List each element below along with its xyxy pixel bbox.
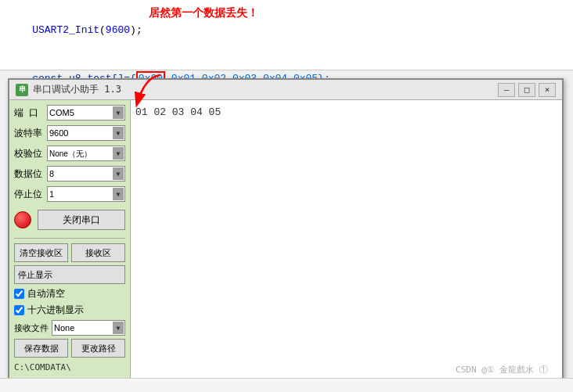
stopbits-select-wrapper: 1 ▼	[47, 186, 125, 202]
stop-display-button[interactable]: 停止显示	[14, 265, 125, 284]
stopbits-select[interactable]: 1	[47, 186, 125, 202]
baud-select-wrapper: 9600 ▼	[47, 125, 125, 141]
hex-display-label: 十六进制显示	[27, 304, 84, 317]
title-buttons: — □ ×	[498, 83, 556, 97]
port-select-wrapper: COM5 ▼	[47, 105, 125, 120]
databits-select[interactable]: 8	[47, 166, 125, 182]
save-path-row: 保存数据 更改路径	[14, 339, 125, 358]
watermark: CSDN @① 金龍戲水 ①	[456, 364, 548, 376]
hex-display-row: 十六进制显示	[14, 304, 125, 317]
parity-select[interactable]: None（无）	[47, 146, 125, 161]
baud-row: 波特率 9600 ▼	[14, 125, 125, 141]
title-bar: 串 串口调试小助手 1.3 — □ ×	[9, 80, 562, 100]
connect-row: 关闭串口	[14, 210, 125, 230]
close-port-button[interactable]: 关闭串口	[38, 210, 125, 230]
auto-scroll-checkbox[interactable]	[14, 289, 24, 299]
recv-file-row: 接收文件 None ▼	[14, 320, 125, 336]
stopbits-label: 停止位	[14, 188, 44, 201]
left-panel: 端 口 COM5 ▼ 波特率 9600 ▼	[9, 100, 131, 382]
baud-select[interactable]: 9600	[47, 125, 125, 141]
auto-scroll-row: 自动清空	[14, 287, 125, 300]
change-path-button[interactable]: 更改路径	[71, 339, 125, 358]
clear-recv-button[interactable]: 清空接收区	[14, 243, 68, 262]
receive-area[interactable]: 01 02 03 04 05 CSDN @① 金龍戲水 ①	[131, 100, 562, 382]
baud-label: 波特率	[14, 127, 44, 140]
recv-file-select[interactable]: None	[52, 320, 125, 336]
maximize-button[interactable]: □	[518, 83, 535, 97]
auto-scroll-label: 自动清空	[27, 287, 65, 300]
minimize-button[interactable]: —	[498, 83, 515, 97]
window-body: 端 口 COM5 ▼ 波特率 9600 ▼	[9, 100, 562, 382]
code-area: USART2_Init(9600); const u8 test[]={0x00…	[0, 0, 573, 70]
window-title: 串口调试小助手 1.3	[33, 83, 498, 96]
recv-area-button[interactable]: 接收区	[71, 243, 125, 262]
databits-label: 数据位	[14, 167, 44, 181]
hex-display-checkbox[interactable]	[14, 305, 24, 315]
recv-file-label: 接收文件	[14, 322, 49, 334]
parity-row: 校验位 None（无） ▼	[14, 146, 125, 161]
close-button[interactable]: ×	[539, 83, 556, 97]
app-icon: 串	[16, 84, 28, 96]
code-comment: 居然第一个数据丢失！	[149, 4, 258, 21]
page-bottom-bar	[0, 378, 573, 392]
serial-window: 串 串口调试小助手 1.3 — □ × 端 口 COM5 ▼ 波特率	[8, 78, 564, 383]
code-line-1: USART2_Init(9600);	[8, 6, 565, 55]
stopbits-row: 停止位 1 ▼	[14, 186, 125, 202]
port-select[interactable]: COM5	[47, 105, 125, 120]
path-display: C:\COMDATA\	[14, 362, 125, 372]
recv-file-select-wrapper: None ▼	[52, 320, 125, 336]
save-data-button[interactable]: 保存数据	[14, 339, 68, 358]
databits-row: 数据位 8 ▼	[14, 166, 125, 182]
code-baud: 9600	[106, 24, 130, 36]
clear-recv-row: 清空接收区 接收区	[14, 243, 125, 262]
receive-content: 01 02 03 04 05	[135, 105, 557, 121]
code-func-1: USART2_Init	[32, 24, 99, 36]
parity-label: 校验位	[14, 147, 44, 160]
databits-select-wrapper: 8 ▼	[47, 166, 125, 182]
divider-1	[14, 238, 125, 239]
port-label: 端 口	[14, 106, 44, 120]
port-row: 端 口 COM5 ▼	[14, 105, 125, 120]
connection-status-dot	[14, 211, 31, 228]
parity-select-wrapper: None（无） ▼	[47, 146, 125, 161]
